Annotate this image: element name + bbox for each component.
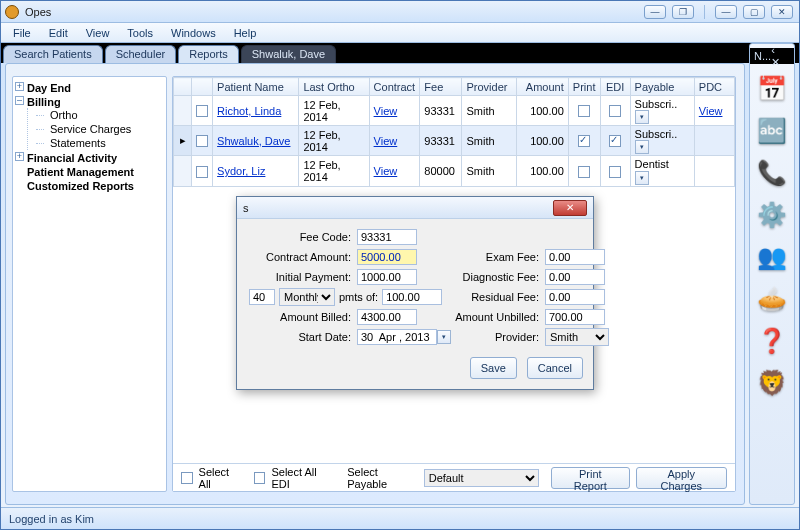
- date-picker-icon[interactable]: ▾: [437, 330, 451, 344]
- payable-dropdown-icon[interactable]: ▾: [635, 171, 649, 185]
- print-checkbox[interactable]: [578, 166, 590, 178]
- table-row[interactable]: ▸Shwaluk, Dave12 Feb, 2014View93331Smith…: [174, 126, 735, 156]
- expand-financial-icon[interactable]: +: [15, 152, 24, 161]
- patient-link[interactable]: Richot, Linda: [217, 105, 281, 117]
- input-num-payments[interactable]: [249, 289, 275, 305]
- select-all-label: Select All: [199, 466, 242, 490]
- minimize2-button[interactable]: —: [715, 5, 737, 19]
- col-print[interactable]: Print: [568, 78, 600, 96]
- chart-pie-icon[interactable]: 🥧: [755, 282, 789, 316]
- table-footer: Select All Select All EDI Select Payable…: [173, 463, 735, 491]
- col-provider[interactable]: Provider: [462, 78, 516, 96]
- print-checkbox[interactable]: [578, 105, 590, 117]
- row-checkbox[interactable]: [196, 105, 208, 117]
- restore-button[interactable]: ❐: [672, 5, 694, 19]
- contract-link[interactable]: View: [374, 165, 398, 177]
- input-amount-unbilled[interactable]: [545, 309, 605, 325]
- maximize-button[interactable]: ▢: [743, 5, 765, 19]
- nav-ortho[interactable]: Ortho: [50, 109, 78, 121]
- side-toolbar-controls[interactable]: ‹ ✕: [771, 44, 790, 69]
- print-report-button[interactable]: Print Report: [551, 467, 629, 489]
- table-row[interactable]: Richot, Linda12 Feb, 2014View93331Smith1…: [174, 96, 735, 126]
- dialog-close-button[interactable]: ✕: [553, 200, 587, 216]
- cancel-button[interactable]: Cancel: [527, 357, 583, 379]
- save-button[interactable]: Save: [470, 357, 517, 379]
- nav-billing[interactable]: Billing: [27, 96, 61, 108]
- tab-search-patients[interactable]: Search Patients: [3, 45, 103, 63]
- col-payable[interactable]: Payable: [630, 78, 694, 96]
- payable-dropdown-icon[interactable]: ▾: [635, 110, 649, 124]
- input-pmts-of[interactable]: [382, 289, 442, 305]
- input-diagnostic-fee[interactable]: [545, 269, 605, 285]
- calendar-icon[interactable]: 📅: [755, 72, 789, 106]
- minimize-button[interactable]: —: [644, 5, 666, 19]
- col-pdc[interactable]: PDC: [694, 78, 734, 96]
- menu-file[interactable]: File: [5, 25, 39, 41]
- status-bar: Logged in as Kim: [1, 507, 799, 529]
- expand-day-end-icon[interactable]: +: [15, 82, 24, 91]
- menu-help[interactable]: Help: [226, 25, 265, 41]
- select-frequency[interactable]: Monthly: [279, 288, 335, 306]
- input-contract-amount[interactable]: [357, 249, 417, 265]
- window-buttons: — ❐ — ▢ ✕: [644, 5, 793, 19]
- collapse-billing-icon[interactable]: –: [15, 96, 24, 105]
- col-last-ortho[interactable]: Last Ortho: [299, 78, 369, 96]
- nav-custom-reports[interactable]: Customized Reports: [27, 180, 134, 192]
- input-initial-payment[interactable]: [357, 269, 417, 285]
- pdc-link[interactable]: View: [699, 105, 723, 117]
- edi-checkbox[interactable]: [609, 105, 621, 117]
- input-fee-code[interactable]: [357, 229, 417, 245]
- col-patient[interactable]: Patient Name: [213, 78, 299, 96]
- col-edi[interactable]: EDI: [600, 78, 630, 96]
- nav-patient-mgmt[interactable]: Patient Management: [27, 166, 134, 178]
- table-row[interactable]: Sydor, Liz12 Feb, 2014View80000Smith100.…: [174, 156, 735, 186]
- nav-statements[interactable]: Statements: [50, 137, 106, 149]
- patient-link[interactable]: Shwaluk, Dave: [217, 135, 290, 147]
- row-checkbox[interactable]: [196, 166, 208, 178]
- nav-financial[interactable]: Financial Activity: [27, 152, 117, 164]
- label-initial-payment: Initial Payment:: [247, 271, 357, 283]
- col-fee[interactable]: Fee: [420, 78, 462, 96]
- menu-tools[interactable]: Tools: [119, 25, 161, 41]
- label-residual-fee: Residual Fee:: [455, 291, 545, 303]
- help-icon[interactable]: ❓: [755, 324, 789, 358]
- input-amount-billed[interactable]: [357, 309, 417, 325]
- nav-day-end[interactable]: Day End: [27, 82, 71, 94]
- tab-reports[interactable]: Reports: [178, 45, 239, 63]
- contract-link[interactable]: View: [374, 135, 398, 147]
- edi-checkbox[interactable]: [609, 135, 621, 147]
- menu-view[interactable]: View: [78, 25, 118, 41]
- font-icon[interactable]: 🔤: [755, 114, 789, 148]
- gear-icon[interactable]: ⚙️: [755, 198, 789, 232]
- select-provider[interactable]: Smith: [545, 328, 609, 346]
- apply-charges-button[interactable]: Apply Charges: [636, 467, 727, 489]
- print-checkbox[interactable]: [578, 135, 590, 147]
- menu-edit[interactable]: Edit: [41, 25, 76, 41]
- input-start-date[interactable]: [357, 329, 437, 345]
- col-amount[interactable]: Amount: [516, 78, 568, 96]
- select-all-edi-checkbox[interactable]: [254, 472, 266, 484]
- logo-icon[interactable]: 🦁: [755, 366, 789, 400]
- select-payable-dropdown[interactable]: Default: [424, 469, 539, 487]
- row-checkbox[interactable]: [196, 135, 208, 147]
- app-icon: [5, 5, 19, 19]
- phone-icon[interactable]: 📞: [755, 156, 789, 190]
- col-arrow[interactable]: [174, 78, 192, 96]
- payable-dropdown-icon[interactable]: ▾: [635, 140, 649, 154]
- edi-checkbox[interactable]: [609, 166, 621, 178]
- menu-windows[interactable]: Windows: [163, 25, 224, 41]
- select-all-edi-label: Select All EDI: [271, 466, 335, 490]
- input-exam-fee[interactable]: [545, 249, 605, 265]
- col-select[interactable]: [192, 78, 213, 96]
- tab-patient[interactable]: Shwaluk, Dave: [241, 45, 336, 63]
- contract-link[interactable]: View: [374, 105, 398, 117]
- dialog-titlebar[interactable]: s ✕: [237, 197, 593, 219]
- nav-service-charges[interactable]: Service Charges: [50, 123, 131, 135]
- users-icon[interactable]: 👥: [755, 240, 789, 274]
- tab-scheduler[interactable]: Scheduler: [105, 45, 177, 63]
- close-button[interactable]: ✕: [771, 5, 793, 19]
- input-residual-fee[interactable]: [545, 289, 605, 305]
- select-all-checkbox[interactable]: [181, 472, 193, 484]
- patient-link[interactable]: Sydor, Liz: [217, 165, 265, 177]
- col-contract[interactable]: Contract: [369, 78, 420, 96]
